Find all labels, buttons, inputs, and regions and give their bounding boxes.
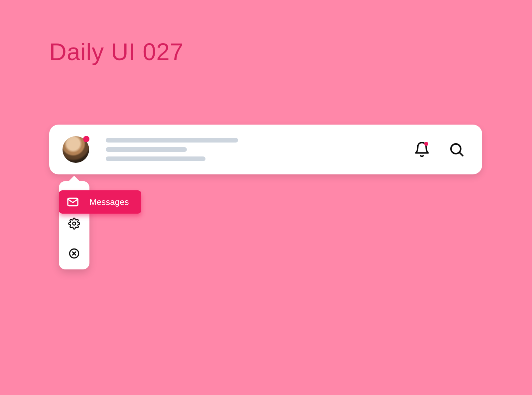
search-icon <box>448 141 465 158</box>
gear-icon <box>68 218 80 230</box>
search-button[interactable] <box>448 141 466 158</box>
dropdown-item-messages[interactable]: Messages <box>59 190 141 214</box>
svg-line-1 <box>460 152 463 155</box>
avatar-button[interactable] <box>63 136 89 163</box>
avatar-dropdown: Messages <box>59 181 89 269</box>
page-title: Daily UI 027 <box>49 38 184 65</box>
dropdown-item-label: Messages <box>89 197 129 207</box>
placeholder-line <box>106 147 187 152</box>
svg-point-3 <box>73 222 76 225</box>
close-circle-icon <box>68 247 80 259</box>
dropdown-item-settings[interactable] <box>67 217 81 230</box>
placeholder-line <box>106 138 238 143</box>
dropdown-item-close[interactable] <box>67 247 81 260</box>
placeholder-text-block <box>106 138 396 161</box>
top-navbar <box>49 125 482 174</box>
notifications-button[interactable] <box>413 141 431 158</box>
avatar-status-dot <box>83 136 89 142</box>
notification-badge-dot <box>424 142 428 146</box>
topbar-actions <box>413 141 469 158</box>
mail-icon <box>66 195 79 209</box>
placeholder-line <box>106 156 205 161</box>
